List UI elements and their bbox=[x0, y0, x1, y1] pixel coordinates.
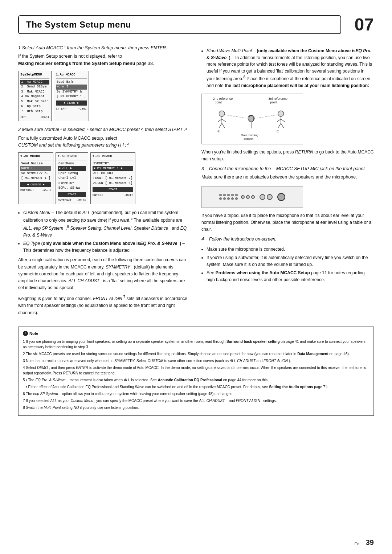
dot bbox=[219, 197, 222, 200]
menu1-title: SysSetpMENU bbox=[20, 73, 49, 79]
connector-area bbox=[241, 193, 285, 201]
note5b: • Either effect of Acoustic Calibration … bbox=[23, 384, 369, 390]
note-title: ♪ Note bbox=[23, 331, 369, 337]
menu4-all: ◄ ALL ► bbox=[58, 166, 86, 171]
menu4-sub2: Chanl Lvl bbox=[58, 176, 86, 181]
front-panel-diagram bbox=[201, 186, 303, 208]
menu-box-symmetry: 1.Au MCACC SYMMETRY ◄ M1.MEMORY 1 ► ALL … bbox=[90, 152, 135, 204]
step3-text: 3 Connect the microphone to the MCACC SE… bbox=[201, 165, 374, 172]
chapter-number: 07 bbox=[348, 15, 374, 34]
connector-small3 bbox=[251, 195, 255, 199]
divider2 bbox=[275, 193, 275, 201]
mic-connector bbox=[277, 193, 285, 201]
diagram-label2b: point bbox=[270, 100, 277, 104]
person2-num: ② bbox=[277, 130, 279, 133]
person2-leg2 bbox=[281, 123, 284, 128]
dot-grid-row2 bbox=[219, 197, 238, 200]
bullet-eq-type: EQ Type (only available when the Custom … bbox=[23, 240, 191, 254]
body-para1: After a single calibration is performed,… bbox=[18, 257, 191, 291]
step1-block: 1 Select Auto MCACC ¹ from the System Se… bbox=[18, 45, 191, 121]
menu5-footer: ENTER⏎ ⏎Retn bbox=[93, 193, 133, 197]
connector-small2 bbox=[246, 195, 250, 199]
menu4-sub3: SYMMETRY bbox=[58, 181, 86, 186]
person2-head bbox=[278, 111, 284, 116]
diagram-svg: 2nd reference point 3rd reference point … bbox=[202, 94, 303, 144]
page-locale: En bbox=[355, 542, 359, 546]
menu1-item1: 1. Au MCACC bbox=[20, 80, 49, 85]
menu2-btn: ◄ START ► bbox=[56, 100, 87, 106]
menu-box-sysmenu: SysSetpMENU 1. Au MCACC 2. Send S&Sym 3.… bbox=[18, 71, 52, 121]
person2-arm2 bbox=[281, 119, 285, 122]
left-column: 1 Select Auto MCACC ¹ from the System Se… bbox=[18, 45, 191, 319]
reference-diagram: 2nd reference point 3rd reference point … bbox=[201, 94, 303, 144]
note7: 7 If you selected ALL as your Custom Men… bbox=[23, 398, 369, 403]
connector-large2 bbox=[267, 194, 273, 200]
dot bbox=[223, 194, 226, 196]
connector-large1 bbox=[260, 194, 265, 200]
person1-arm2 bbox=[222, 119, 226, 122]
dot bbox=[219, 194, 222, 196]
menu4-centmenu: CentMenu bbox=[58, 161, 86, 167]
step3-line2: Make sure there are no obstacles between… bbox=[201, 174, 374, 181]
menu3-item4: [ M1.MEMORY 1 ] bbox=[20, 176, 51, 181]
dot bbox=[223, 197, 226, 200]
connector-small1 bbox=[241, 195, 245, 199]
person1-head bbox=[219, 111, 225, 116]
dot-grid-row1 bbox=[219, 194, 238, 196]
menu4-footer: ENTERNet ⏎Retn bbox=[58, 198, 86, 202]
note2: 2 The six MCACC presets are used for sto… bbox=[23, 351, 369, 357]
step1-menus: SysSetpMENU 1. Au MCACC 2. Send S&Sym 3.… bbox=[18, 71, 191, 121]
step4-block: 4 Follow the instructions on-screen. Mak… bbox=[201, 236, 374, 283]
menu1-footer-right: ⏎Canl bbox=[41, 115, 49, 119]
note3: 3 Note that correction curves are saved … bbox=[23, 358, 369, 364]
right-column: Stand.Wave Multi-Point (only available w… bbox=[201, 45, 374, 319]
menu5-front: FRONT [ M1.MEMORY 2] bbox=[93, 176, 133, 181]
dot bbox=[227, 194, 230, 196]
mic-shape bbox=[249, 115, 253, 122]
menu3-title: 1.Au MCACC bbox=[20, 154, 51, 160]
note5a: 5 • The EQ Pro. & S-Wave measurement is … bbox=[23, 377, 369, 383]
menu1-item6: 6 Inp Setp bbox=[20, 104, 49, 109]
person2-arm1 bbox=[277, 119, 281, 122]
menu3-item2: Norm I bbox=[20, 166, 51, 171]
note4: 4 Select DEMO , and then press ENTER to … bbox=[23, 365, 369, 376]
menu2-footer: ENTER⏎ ⏎Canl bbox=[56, 107, 87, 111]
menu5-sym: SYMMETRY bbox=[93, 161, 133, 167]
bullet-standwave: Stand.Wave Multi-Point (only available w… bbox=[207, 48, 374, 89]
menu-box-aumcacc: 1.Au MCACC Sead Ba†m Norm I Se SYMMETRY … bbox=[54, 71, 89, 121]
page-container: The System Setup menu 07 1 Select Auto M… bbox=[0, 0, 392, 554]
menu2-item1: Sead Ba†m bbox=[56, 80, 87, 85]
step1-intro-text: 1 Select Auto MCACC ¹ from the System Se… bbox=[18, 45, 167, 50]
dash-line2 bbox=[256, 115, 278, 118]
menu1-item5: 5. Mak SP Setp bbox=[20, 99, 49, 104]
dot-grid-container bbox=[219, 194, 238, 200]
note-box: ♪ Note 1 If you are planning on bi-ampin… bbox=[18, 327, 374, 416]
menu5-title: 1.Au MCACC bbox=[93, 154, 133, 160]
step4-text: 4 Follow the instructions on-screen. bbox=[201, 236, 374, 243]
dot bbox=[235, 197, 238, 200]
menu4-sub4: EQPo. &S-Wa bbox=[58, 186, 86, 191]
menu2-item2: Norm I bbox=[56, 85, 87, 90]
left-bullets: Custom Menu – The default is ALL (recomm… bbox=[23, 209, 191, 254]
menu5-m1: ◄ M1.MEMORY 1 ► bbox=[93, 166, 133, 171]
person2-leg1 bbox=[278, 123, 281, 128]
page-number: 39 bbox=[366, 538, 374, 547]
bullet-custom-menu: Custom Menu – The default is ALL (recomm… bbox=[23, 209, 191, 238]
menu3-footer: ENTERNet ⏎Canl bbox=[20, 188, 51, 193]
page-header: The System Setup menu 07 bbox=[18, 15, 374, 34]
person1-leg1 bbox=[219, 123, 222, 128]
menu4-title: 1.Au MCACC bbox=[58, 154, 86, 160]
main-content: 1 Select Auto MCACC ¹ from the System Se… bbox=[18, 45, 374, 319]
person1-leg2 bbox=[222, 123, 225, 128]
dash-line1 bbox=[225, 115, 247, 118]
bullet-problems: See Problems when using the Auto MCACC S… bbox=[207, 270, 374, 283]
menu1-item4: 4 Da Magment bbox=[20, 94, 49, 99]
step2-menus: 1.Au MCACC Sead Ballsm Norm I Se SYMMETR… bbox=[18, 152, 191, 204]
note1: 1 If you are planning on bi-amping your … bbox=[23, 339, 369, 350]
front-panel-inner bbox=[217, 191, 287, 203]
right-bullets: Stand.Wave Multi-Point (only available w… bbox=[207, 48, 374, 89]
step1-intro: 1 Select Auto MCACC ¹ from the System Se… bbox=[18, 45, 191, 52]
step2-block: 2 Make sure Normal ¹ is selected, ¹ sele… bbox=[18, 126, 191, 204]
menu4-sub1: Spkr Setng bbox=[58, 171, 86, 176]
menu5-align: ALIGN [ M1.MEMORY 3] bbox=[93, 181, 133, 186]
